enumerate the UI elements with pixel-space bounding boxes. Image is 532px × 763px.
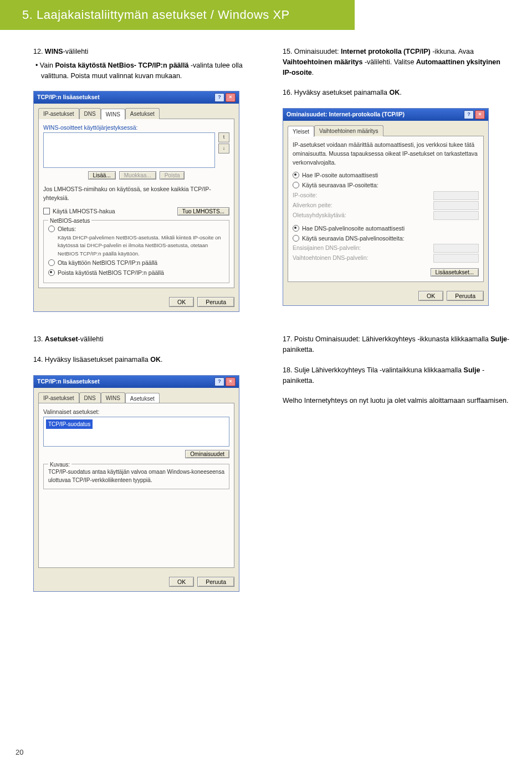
help-icon[interactable]: ? xyxy=(464,110,474,119)
step-17: 17. Poistu Ominaisuudet: Lähiverkkoyhtey… xyxy=(283,334,510,355)
radio-ip-auto[interactable]: Hae IP-osoite automaattisesti xyxy=(293,171,479,180)
tab-asetukset[interactable]: Asetukset xyxy=(125,393,160,404)
import-lmhosts-button[interactable]: Tuo LMHOSTS... xyxy=(177,207,229,216)
tab-wins[interactable]: WINS xyxy=(101,392,125,403)
tab-wins[interactable]: WINS xyxy=(101,109,125,120)
close-icon[interactable]: × xyxy=(475,110,485,119)
move-up-icon[interactable]: t xyxy=(218,132,229,142)
selected-option[interactable]: TCP/IP-suodatus xyxy=(46,419,93,429)
mask-field xyxy=(433,201,479,210)
ok-button[interactable]: OK xyxy=(169,577,194,587)
wins-label: WINS-osoitteet käyttöjärjestyksessä: xyxy=(43,124,229,132)
dns2-field xyxy=(433,254,479,263)
lmhosts-checkbox[interactable]: Käytä LMHOSTS-hakua xyxy=(43,207,115,216)
dialog-tcpip-asetukset: TCP/IP:n lisäasetukset ? × IP-asetukset … xyxy=(33,375,239,592)
ok-button[interactable]: OK xyxy=(169,297,194,307)
right-column: 15. Ominaisuudet: Internet protokolla (T… xyxy=(283,47,510,323)
tabs: Yleiset Vaihtoehtoinen määritys xyxy=(288,125,484,136)
left-column-lower: 13. Asetukset-välilehti 14. Hyväksy lisä… xyxy=(33,334,260,603)
final-text: Welho Internetyhteys on nyt luotu ja ole… xyxy=(283,396,510,406)
step-16: 16. Hyväksy asetukset painamalla OK. xyxy=(283,88,510,98)
radio-default[interactable]: Oletus: Käytä DHCP-palvelimen NetBIOS-as… xyxy=(48,225,224,258)
page-number: 20 xyxy=(16,748,23,756)
radio-dns-manual[interactable]: Käytä seuraavia DNS-palvelinosoitteita: xyxy=(293,234,479,243)
tab-yleiset[interactable]: Yleiset xyxy=(288,126,314,137)
advanced-button[interactable]: Lisäasetukset... xyxy=(431,268,479,276)
step-14: 14. Hyväksy lisäasetukset painamalla OK. xyxy=(33,355,260,365)
optional-label: Valinnaiset asetukset: xyxy=(43,408,229,417)
radio-dns-auto[interactable]: Hae DNS-palvelinosoite automaattisesti xyxy=(293,224,479,233)
titlebar: TCP/IP:n lisäasetukset ? × xyxy=(34,91,239,104)
intro-text: IP-asetukset voidaan määrittää automaatt… xyxy=(293,141,479,167)
help-icon[interactable]: ? xyxy=(214,93,224,102)
step-12: 12. WINS-välilehti • Vain Poista käytöst… xyxy=(33,47,260,81)
move-down-icon[interactable]: ↓ xyxy=(218,144,229,153)
gateway-field xyxy=(433,211,479,220)
tab-vaihtoehtoinen[interactable]: Vaihtoehtoinen määritys xyxy=(314,125,383,136)
tab-dns[interactable]: DNS xyxy=(79,108,101,119)
dialog-tcpip-wins: TCP/IP:n lisäasetukset ? × IP-asetukset … xyxy=(33,91,239,312)
description-text: TCP/IP-suodatus antaa käyttäjän valvoa o… xyxy=(48,468,224,484)
edit-button[interactable]: Muokkaa... xyxy=(119,171,156,180)
ip-field xyxy=(433,191,479,200)
close-icon[interactable]: × xyxy=(226,377,236,386)
desc-group-label: Kuvaus: xyxy=(48,460,71,469)
step-15: 15. Ominaisuudet: Internet protokolla (T… xyxy=(283,47,510,78)
delete-button[interactable]: Poista xyxy=(160,171,185,180)
dialog-title: TCP/IP:n lisäasetukset xyxy=(37,93,100,102)
dialog-title: Ominaisuudet: Internet-protokolla (TCP/I… xyxy=(287,110,405,119)
tab-ip[interactable]: IP-asetukset xyxy=(38,392,79,403)
step-13: 13. Asetukset-välilehti xyxy=(33,334,260,345)
tabs: IP-asetukset DNS WINS Asetukset xyxy=(38,108,234,119)
section-header: 5. Laajakaistaliittymän asetukset / Wind… xyxy=(0,0,355,30)
step-18: 18. Sulje Lähiverkkoyhteys Tila -valinta… xyxy=(283,365,510,386)
netbios-group-label: NetBIOS-asetus xyxy=(48,217,91,225)
radio-enable-netbios[interactable]: Ota käyttöön NetBIOS TCP/IP:n päällä xyxy=(48,259,224,268)
dialog-tcpip-properties: Ominaisuudet: Internet-protokolla (TCP/I… xyxy=(283,108,489,306)
titlebar: TCP/IP:n lisäasetukset ? × xyxy=(34,376,239,388)
right-column-lower: 17. Poistu Ominaisuudet: Lähiverkkoyhtey… xyxy=(283,334,510,603)
close-icon[interactable]: × xyxy=(226,93,236,102)
radio-disable-netbios[interactable]: Poista käytöstä NetBIOS TCP/IP:n päällä xyxy=(48,269,224,278)
options-listbox[interactable]: TCP/IP-suodatus xyxy=(43,417,229,447)
ok-button[interactable]: OK xyxy=(418,291,443,301)
left-column: 12. WINS-välilehti • Vain Poista käytöst… xyxy=(33,47,260,323)
add-button[interactable]: Lisää... xyxy=(88,171,116,180)
radio-ip-manual[interactable]: Käytä seuraavaa IP-osoitetta: xyxy=(293,181,479,190)
wins-listbox[interactable] xyxy=(43,132,215,168)
cancel-button[interactable]: Peruuta xyxy=(197,297,234,307)
tabs: IP-asetukset DNS WINS Asetukset xyxy=(38,392,234,403)
help-icon[interactable]: ? xyxy=(214,377,224,386)
lmhosts-note: Jos LMHOSTS-nimihaku on käytössä, se kos… xyxy=(43,185,229,203)
tab-dns[interactable]: DNS xyxy=(79,392,101,403)
properties-button[interactable]: Ominaisuudet xyxy=(185,450,229,458)
dialog-title: TCP/IP:n lisäasetukset xyxy=(37,377,100,386)
tab-ip[interactable]: IP-asetukset xyxy=(38,108,79,119)
titlebar: Ominaisuudet: Internet-protokolla (TCP/I… xyxy=(283,109,488,121)
cancel-button[interactable]: Peruuta xyxy=(197,577,234,587)
tab-asetukset[interactable]: Asetukset xyxy=(125,108,160,119)
dns1-field xyxy=(433,244,479,253)
cancel-button[interactable]: Peruuta xyxy=(447,291,484,301)
